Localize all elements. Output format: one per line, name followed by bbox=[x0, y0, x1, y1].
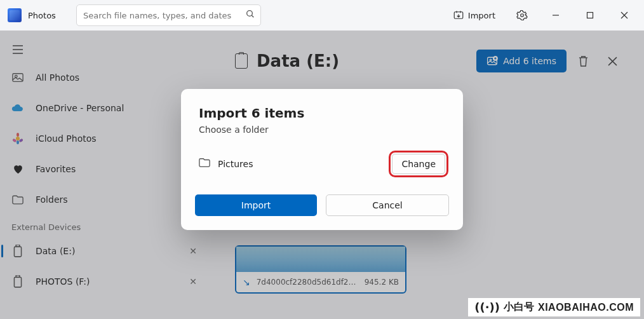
svg-line-1 bbox=[252, 15, 254, 17]
import-dialog: Import 6 items Choose a folder Pictures … bbox=[181, 89, 463, 230]
app-identity: Photos bbox=[8, 8, 71, 22]
svg-rect-5 bbox=[587, 13, 593, 18]
search-input[interactable] bbox=[82, 10, 245, 21]
dialog-footer: Import Cancel bbox=[181, 186, 463, 230]
cancel-button[interactable]: Cancel bbox=[326, 194, 449, 216]
destination-folder-name: Pictures bbox=[218, 159, 253, 169]
app-title: Photos bbox=[28, 11, 56, 20]
title-bar: Photos Import bbox=[0, 0, 644, 31]
folder-icon bbox=[199, 158, 210, 170]
import-button[interactable]: Import bbox=[445, 4, 503, 26]
watermark: ((·)) 小白号 XIAOBAIHAO.COM bbox=[468, 298, 640, 316]
search-icon[interactable] bbox=[245, 9, 255, 22]
destination-row: Pictures Change bbox=[199, 154, 445, 174]
broadcast-icon: ((·)) bbox=[474, 301, 500, 314]
svg-point-0 bbox=[247, 11, 253, 17]
svg-point-3 bbox=[521, 14, 524, 17]
dialog-title: Import 6 items bbox=[199, 105, 445, 121]
import-button-label: Import bbox=[468, 11, 495, 20]
window-maximize-button[interactable] bbox=[575, 4, 605, 26]
settings-button[interactable] bbox=[508, 4, 536, 26]
window-close-button[interactable] bbox=[610, 4, 639, 26]
import-confirm-button[interactable]: Import bbox=[195, 194, 317, 216]
watermark-brand: 小白号 bbox=[504, 301, 534, 314]
search-box[interactable] bbox=[76, 4, 261, 26]
watermark-url: XIAOBAIHAO.COM bbox=[538, 302, 634, 313]
change-folder-button[interactable]: Change bbox=[392, 154, 445, 174]
dialog-subtitle: Choose a folder bbox=[199, 125, 445, 135]
app-logo-icon bbox=[8, 8, 22, 22]
window-minimize-button[interactable] bbox=[541, 4, 570, 26]
